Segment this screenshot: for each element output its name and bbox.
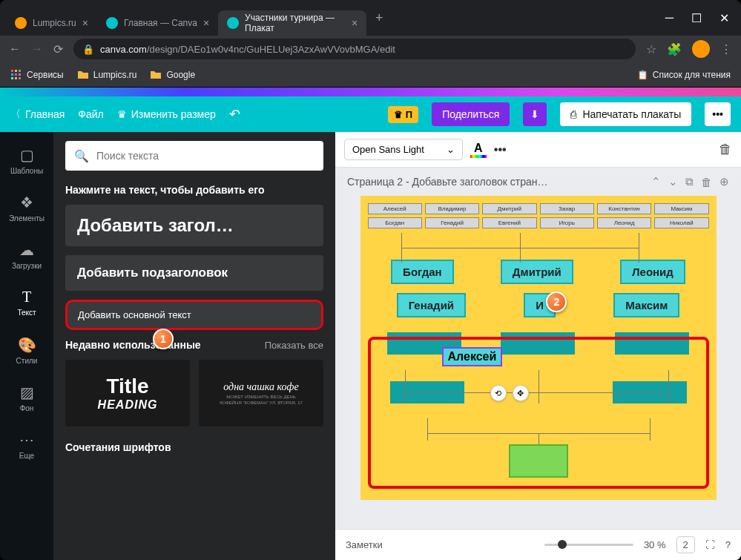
- reading-list-button[interactable]: 📋Список для чтения: [637, 70, 731, 80]
- text-template-thumb[interactable]: одна чашка кофе МОЖЕТ ИЗМЕНИТЬ ВЕСЬ ДЕНЬ…: [199, 360, 323, 426]
- close-window-icon[interactable]: ✕: [719, 11, 729, 25]
- rotate-handle-icon[interactable]: ⟲: [490, 385, 507, 401]
- bracket-cell[interactable]: Генадий: [425, 217, 479, 228]
- browser-tab[interactable]: Главная — Canva ×: [97, 10, 218, 36]
- add-subheading-button[interactable]: Добавить подзаголовок: [65, 255, 323, 291]
- bracket-cell[interactable]: Дмитрий: [482, 203, 536, 214]
- sidebar-item-uploads[interactable]: ☁Загрузки: [0, 231, 53, 279]
- bookmark-services[interactable]: Сервисы: [10, 69, 64, 81]
- text-color-button[interactable]: A: [470, 142, 487, 158]
- bracket-cell[interactable]: Леонид: [597, 217, 651, 228]
- close-icon[interactable]: ×: [82, 17, 88, 29]
- page-down-icon[interactable]: ⌄: [668, 175, 678, 188]
- sidebar-item-elements[interactable]: ❖Элементы: [0, 184, 53, 231]
- more-options-icon[interactable]: •••: [494, 143, 507, 157]
- zoom-value[interactable]: 30 %: [644, 539, 666, 550]
- text-panel: 🔍 Нажмите на текст, чтобы добавить его Д…: [53, 132, 335, 560]
- add-page-icon[interactable]: ⊕: [719, 175, 729, 188]
- fullscreen-icon[interactable]: ⛶: [705, 539, 715, 550]
- zoom-thumb[interactable]: [558, 540, 567, 549]
- bracket-cell[interactable]: Захар: [540, 203, 594, 214]
- delete-icon[interactable]: 🗑: [719, 142, 732, 157]
- forward-icon[interactable]: →: [31, 42, 43, 56]
- annotation-badge-2: 2: [546, 291, 567, 312]
- sidebar-item-templates[interactable]: ▢Шаблоны: [0, 136, 53, 184]
- sidebar-item-label: Фон: [20, 404, 34, 412]
- bracket-cell[interactable]: Богдан: [391, 260, 454, 284]
- browser-tab-active[interactable]: Участники турнира — Плакат ×: [218, 10, 366, 36]
- design-canvas[interactable]: Алексей Владимир Дмитрий Захар Константи…: [360, 196, 717, 500]
- bracket-cell[interactable]: Генадий: [397, 293, 466, 317]
- sidebar-item-text[interactable]: TТекст: [0, 279, 53, 326]
- page-title[interactable]: Страница 2 - Добавьте заголовок стран…: [347, 176, 547, 188]
- delete-page-icon[interactable]: 🗑: [701, 176, 712, 188]
- share-button[interactable]: Поделиться: [432, 102, 510, 126]
- bracket-cell[interactable]: Леонид: [620, 260, 685, 284]
- show-all-link[interactable]: Показать все: [265, 340, 323, 351]
- close-icon[interactable]: ×: [352, 17, 358, 29]
- text-template-thumb[interactable]: Title HEADING: [65, 360, 190, 426]
- sidebar-item-background[interactable]: ▨Фон: [0, 374, 53, 421]
- bookmark-lumpics[interactable]: Lumpics.ru: [77, 69, 137, 81]
- profile-avatar[interactable]: [692, 40, 710, 58]
- print-button[interactable]: ⎙Напечатать плакаты: [560, 102, 691, 126]
- bracket-cell[interactable]: И 2: [524, 293, 556, 317]
- close-icon[interactable]: ×: [203, 17, 209, 29]
- home-button[interactable]: 〈Главная: [10, 108, 65, 121]
- bracket-cell[interactable]: Максим: [613, 293, 679, 317]
- bracket-cell[interactable]: Николай: [654, 217, 708, 228]
- selected-text-element[interactable]: Алексей: [442, 347, 503, 366]
- url-input[interactable]: 🔒 canva.com/design/DAEo1w0v4nc/GuHELUej3…: [73, 39, 636, 59]
- help-icon[interactable]: ?: [725, 539, 731, 550]
- minimize-icon[interactable]: ─: [665, 11, 674, 25]
- reload-icon[interactable]: ⟳: [53, 42, 63, 56]
- sidebar-item-more[interactable]: ⋯Еще: [0, 421, 53, 469]
- bracket-cell[interactable]: Игорь: [540, 217, 594, 228]
- search-input-wrap[interactable]: 🔍: [65, 141, 323, 171]
- svg-rect-0: [11, 70, 13, 72]
- url-path: /design/DAEo1w0v4nc/GuHELUej3AzxAwVVovbM…: [147, 44, 395, 55]
- font-select[interactable]: Open Sans Light ⌄: [344, 139, 463, 160]
- bracket-cell[interactable]: Алексей: [368, 203, 422, 214]
- file-menu[interactable]: Файл: [78, 108, 103, 120]
- panel-hint: Нажмите на текст, чтобы добавить его: [65, 184, 323, 196]
- download-button[interactable]: ⬇: [523, 102, 547, 126]
- add-body-text-button[interactable]: Добавить основной текст: [65, 300, 323, 330]
- undo-icon[interactable]: ↶: [229, 106, 240, 122]
- annotation-badge-1: 1: [153, 329, 174, 349]
- toolbar-label: Напечатать плакаты: [582, 108, 681, 120]
- thumb-text: одна чашка кофе: [223, 381, 298, 393]
- left-sidebar: ▢Шаблоны ❖Элементы ☁Загрузки TТекст 🎨Сти…: [0, 132, 53, 560]
- browser-tab[interactable]: Lumpics.ru ×: [6, 10, 97, 36]
- bracket-cell[interactable]: Евгений: [482, 217, 536, 228]
- bracket-cell[interactable]: Богдан: [368, 217, 422, 228]
- more-button[interactable]: •••: [705, 102, 731, 126]
- menu-icon[interactable]: ⋮: [720, 42, 732, 56]
- notes-button[interactable]: Заметки: [346, 539, 383, 550]
- bracket-cell[interactable]: Владимир: [425, 203, 479, 214]
- move-handle-icon[interactable]: ✥: [513, 385, 529, 401]
- search-input[interactable]: [96, 150, 314, 162]
- zoom-slider[interactable]: [544, 544, 633, 546]
- thumb-text: КОФЕЙНЯ "КОФЕМАН" УЛ. ВТОРАЯ, 17: [220, 401, 303, 405]
- resize-button[interactable]: ♛Изменить размер: [117, 108, 216, 120]
- page-up-icon[interactable]: ⌃: [651, 175, 661, 188]
- sidebar-item-styles[interactable]: 🎨Стили: [0, 326, 53, 374]
- cell-text: И: [536, 299, 544, 312]
- extension-icon[interactable]: 🧩: [667, 42, 682, 56]
- bracket-cell[interactable]: Константин: [597, 203, 651, 214]
- bracket-cell[interactable]: Максим: [654, 203, 708, 214]
- bracket-cell[interactable]: Дмитрий: [501, 260, 573, 284]
- bracket-winner-cell[interactable]: [509, 444, 568, 478]
- add-heading-button[interactable]: Добавить загол…: [65, 205, 323, 246]
- premium-button[interactable]: ♛П: [388, 106, 418, 123]
- browser-addressbar: ← → ⟳ 🔒 canva.com/design/DAEo1w0v4nc/GuH…: [0, 36, 741, 62]
- duplicate-page-icon[interactable]: ⧉: [685, 175, 694, 188]
- star-icon[interactable]: ☆: [646, 42, 656, 56]
- maximize-icon[interactable]: ☐: [691, 11, 702, 25]
- toolbar-label: Файл: [78, 108, 103, 120]
- new-tab-button[interactable]: +: [366, 10, 392, 26]
- bookmark-google[interactable]: Google: [150, 69, 195, 81]
- back-icon[interactable]: ←: [9, 42, 21, 56]
- page-count-button[interactable]: 2: [676, 536, 695, 553]
